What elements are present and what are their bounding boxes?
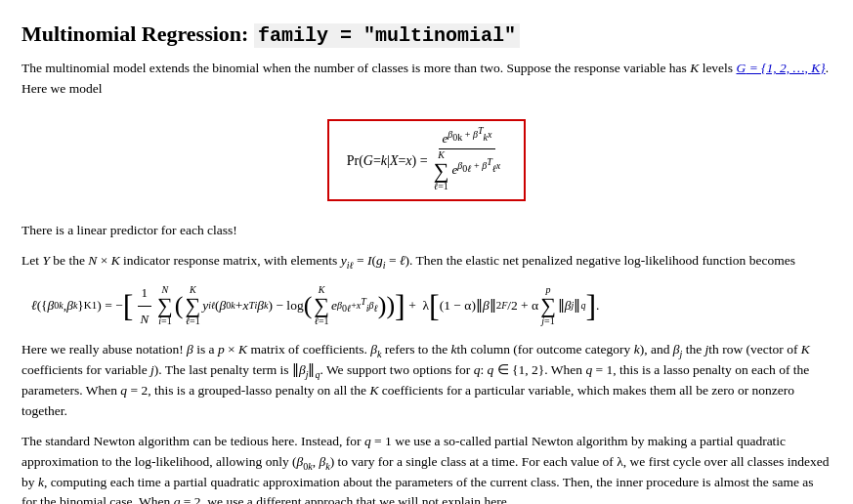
fraction-main: eβ0k + βTkx K ∑ ℓ=1 eβ0ℓ + βTℓx bbox=[430, 129, 505, 192]
indicator-matrix-paragraph: Let Y be the N × K indicator response ma… bbox=[21, 251, 832, 272]
sum-p-penalty: p ∑ j=1 bbox=[540, 285, 556, 326]
sum-i: N ∑ i=1 bbox=[157, 285, 173, 326]
fraction-denominator: K ∑ ℓ=1 eβ0ℓ + βTℓx bbox=[430, 149, 505, 191]
sum-denom: K ∑ ℓ=1 bbox=[434, 150, 449, 191]
main-formula-container: Pr(G = k|X = x) = eβ0k + βTkx K ∑ ℓ=1 eβ… bbox=[21, 109, 832, 212]
log-close-paren: ) bbox=[378, 293, 387, 318]
inner-close-paren: ) bbox=[386, 293, 395, 318]
title-normal: Multinomial Regression: bbox=[21, 21, 254, 46]
formula-pr: Pr(G = k|X = x) = eβ0k + βTkx K ∑ ℓ=1 eβ… bbox=[347, 129, 507, 192]
notation-paragraph: Here we really abuse notation! β is a p … bbox=[21, 340, 832, 422]
fraction-1N: 1 N bbox=[136, 281, 152, 330]
lambda-close-bracket: ] bbox=[585, 290, 596, 321]
intro-paragraph: The multinomial model extends the binomi… bbox=[21, 59, 832, 100]
inner-open-paren: ( bbox=[175, 293, 184, 318]
loss-function-formula: ℓ({β0k, βk}K1) = − [ 1 N N ∑ i=1 ( K ∑ ℓ… bbox=[31, 281, 832, 330]
outer-close-bracket: ] bbox=[395, 290, 405, 321]
word-this: this bbox=[619, 362, 639, 377]
page-title: Multinomial Regression: family = "multin… bbox=[21, 18, 832, 51]
main-formula-box: Pr(G = k|X = x) = eβ0k + βTkx K ∑ ℓ=1 eβ… bbox=[327, 119, 527, 202]
newton-paragraph: The standard Newton algorithm can be ted… bbox=[21, 432, 832, 504]
outer-open-bracket: [ bbox=[123, 290, 134, 321]
set-notation: G = {1, 2, …, K} bbox=[737, 61, 826, 75]
lambda-open-bracket: [ bbox=[429, 290, 440, 321]
title-code: family = "multinomial" bbox=[254, 23, 520, 48]
fraction-numerator: eβ0k + βTkx bbox=[439, 129, 496, 150]
linear-predictor-paragraph: There is a linear predictor for each cla… bbox=[21, 221, 832, 241]
sum-ell-log: K ∑ ℓ=1 bbox=[314, 285, 329, 326]
sum-k-inner: K ∑ ℓ=1 bbox=[185, 285, 200, 326]
log-open-paren: ( bbox=[304, 293, 313, 318]
